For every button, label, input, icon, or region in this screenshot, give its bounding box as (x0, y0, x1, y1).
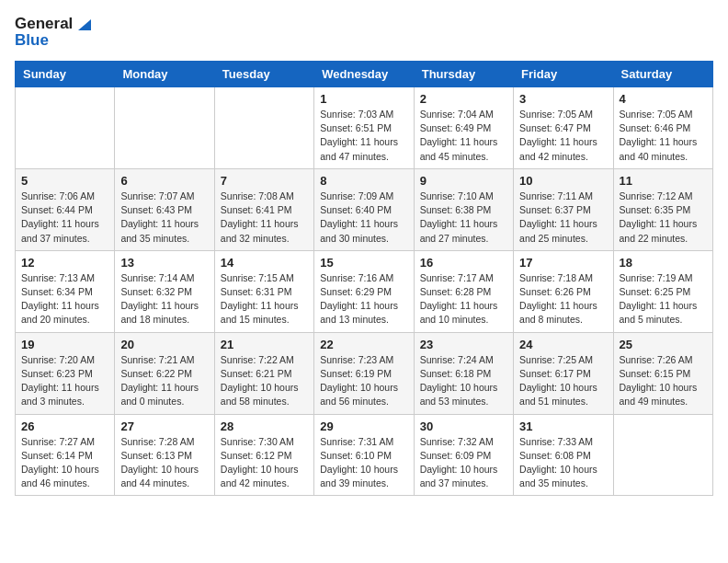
day-info: Sunrise: 7:12 AM Sunset: 6:35 PM Dayligh… (620, 190, 707, 246)
day-info: Sunrise: 7:07 AM Sunset: 6:43 PM Dayligh… (120, 190, 208, 246)
day-number: 7 (221, 174, 308, 188)
day-number: 20 (120, 338, 208, 351)
logo-triangle-icon (74, 16, 91, 32)
empty-day-cell (214, 87, 313, 169)
day-number: 3 (519, 92, 607, 106)
day-info: Sunrise: 7:19 AM Sunset: 6:25 PM Dayligh… (620, 271, 707, 327)
day-info: Sunrise: 7:27 AM Sunset: 6:14 PM Dayligh… (21, 435, 108, 491)
calendar-day-30: 30Sunrise: 7:32 AM Sunset: 6:09 PM Dayli… (414, 414, 513, 496)
calendar-day-14: 14Sunrise: 7:15 AM Sunset: 6:31 PM Dayli… (214, 250, 313, 332)
header-friday: Friday (514, 62, 613, 87)
calendar-day-28: 28Sunrise: 7:30 AM Sunset: 6:12 PM Dayli… (214, 414, 313, 496)
calendar-day-6: 6Sunrise: 7:07 AM Sunset: 6:43 PM Daylig… (115, 168, 214, 250)
day-number: 25 (620, 338, 707, 351)
calendar-day-17: 17Sunrise: 7:18 AM Sunset: 6:26 PM Dayli… (514, 250, 613, 332)
day-number: 21 (221, 338, 308, 351)
empty-day-cell (115, 87, 214, 169)
calendar-day-18: 18Sunrise: 7:19 AM Sunset: 6:25 PM Dayli… (613, 250, 712, 332)
header-sunday: Sunday (16, 62, 115, 87)
calendar-day-26: 26Sunrise: 7:27 AM Sunset: 6:14 PM Dayli… (16, 414, 115, 496)
calendar-day-5: 5Sunrise: 7:06 AM Sunset: 6:44 PM Daylig… (16, 168, 115, 250)
day-info: Sunrise: 7:21 AM Sunset: 6:22 PM Dayligh… (120, 353, 208, 409)
logo-text-general: General (15, 15, 73, 33)
calendar-day-22: 22Sunrise: 7:23 AM Sunset: 6:19 PM Dayli… (314, 332, 414, 414)
day-info: Sunrise: 7:05 AM Sunset: 6:46 PM Dayligh… (620, 108, 707, 164)
day-info: Sunrise: 7:17 AM Sunset: 6:28 PM Dayligh… (420, 271, 507, 327)
calendar-day-8: 8Sunrise: 7:09 AM Sunset: 6:40 PM Daylig… (314, 168, 414, 250)
day-info: Sunrise: 7:05 AM Sunset: 6:47 PM Dayligh… (519, 108, 607, 164)
calendar-day-21: 21Sunrise: 7:22 AM Sunset: 6:21 PM Dayli… (214, 332, 313, 414)
day-number: 19 (21, 338, 108, 351)
day-number: 31 (519, 419, 607, 433)
calendar-day-20: 20Sunrise: 7:21 AM Sunset: 6:22 PM Dayli… (115, 332, 214, 414)
day-number: 26 (21, 419, 108, 433)
calendar-day-13: 13Sunrise: 7:14 AM Sunset: 6:32 PM Dayli… (115, 250, 214, 332)
day-info: Sunrise: 7:24 AM Sunset: 6:18 PM Dayligh… (420, 353, 507, 409)
day-number: 2 (420, 92, 507, 106)
day-number: 17 (519, 256, 607, 270)
day-number: 22 (320, 338, 407, 351)
calendar-header-row: SundayMondayTuesdayWednesdayThursdayFrid… (16, 62, 713, 87)
empty-day-cell (613, 414, 712, 496)
day-number: 5 (21, 174, 108, 188)
day-info: Sunrise: 7:14 AM Sunset: 6:32 PM Dayligh… (120, 271, 208, 327)
day-info: Sunrise: 7:25 AM Sunset: 6:17 PM Dayligh… (519, 353, 607, 409)
day-number: 12 (21, 256, 108, 270)
day-info: Sunrise: 7:15 AM Sunset: 6:31 PM Dayligh… (221, 271, 308, 327)
day-info: Sunrise: 7:18 AM Sunset: 6:26 PM Dayligh… (519, 271, 607, 327)
calendar-week-row: 26Sunrise: 7:27 AM Sunset: 6:14 PM Dayli… (16, 414, 713, 496)
day-info: Sunrise: 7:23 AM Sunset: 6:19 PM Dayligh… (320, 353, 407, 409)
day-number: 30 (420, 419, 507, 433)
calendar-week-row: 19Sunrise: 7:20 AM Sunset: 6:23 PM Dayli… (16, 332, 713, 414)
calendar-week-row: 12Sunrise: 7:13 AM Sunset: 6:34 PM Dayli… (16, 250, 713, 332)
header-tuesday: Tuesday (214, 62, 313, 87)
day-number: 9 (420, 174, 507, 188)
day-info: Sunrise: 7:09 AM Sunset: 6:40 PM Dayligh… (320, 190, 407, 246)
calendar-day-27: 27Sunrise: 7:28 AM Sunset: 6:13 PM Dayli… (115, 414, 214, 496)
day-info: Sunrise: 7:32 AM Sunset: 6:09 PM Dayligh… (420, 435, 507, 491)
calendar-week-row: 5Sunrise: 7:06 AM Sunset: 6:44 PM Daylig… (16, 168, 713, 250)
header-wednesday: Wednesday (314, 62, 414, 87)
day-info: Sunrise: 7:06 AM Sunset: 6:44 PM Dayligh… (21, 190, 108, 246)
logo: General Blue (15, 15, 91, 50)
day-info: Sunrise: 7:10 AM Sunset: 6:38 PM Dayligh… (420, 190, 507, 246)
day-info: Sunrise: 7:31 AM Sunset: 6:10 PM Dayligh… (320, 435, 407, 491)
day-number: 13 (120, 256, 208, 270)
day-number: 10 (519, 174, 607, 188)
day-info: Sunrise: 7:08 AM Sunset: 6:41 PM Dayligh… (221, 190, 308, 246)
day-info: Sunrise: 7:33 AM Sunset: 6:08 PM Dayligh… (519, 435, 607, 491)
day-number: 1 (320, 92, 407, 106)
day-info: Sunrise: 7:28 AM Sunset: 6:13 PM Dayligh… (120, 435, 208, 491)
calendar-day-19: 19Sunrise: 7:20 AM Sunset: 6:23 PM Dayli… (16, 332, 115, 414)
calendar-day-25: 25Sunrise: 7:26 AM Sunset: 6:15 PM Dayli… (613, 332, 712, 414)
header-thursday: Thursday (414, 62, 513, 87)
day-number: 18 (620, 256, 707, 270)
calendar-day-16: 16Sunrise: 7:17 AM Sunset: 6:28 PM Dayli… (414, 250, 513, 332)
day-info: Sunrise: 7:03 AM Sunset: 6:51 PM Dayligh… (320, 108, 407, 164)
day-number: 24 (519, 338, 607, 351)
day-info: Sunrise: 7:11 AM Sunset: 6:37 PM Dayligh… (519, 190, 607, 246)
day-info: Sunrise: 7:04 AM Sunset: 6:49 PM Dayligh… (420, 108, 507, 164)
calendar-day-24: 24Sunrise: 7:25 AM Sunset: 6:17 PM Dayli… (514, 332, 613, 414)
calendar-day-29: 29Sunrise: 7:31 AM Sunset: 6:10 PM Dayli… (314, 414, 414, 496)
day-info: Sunrise: 7:16 AM Sunset: 6:29 PM Dayligh… (320, 271, 407, 327)
day-info: Sunrise: 7:20 AM Sunset: 6:23 PM Dayligh… (21, 353, 108, 409)
day-number: 23 (420, 338, 507, 351)
calendar-day-1: 1Sunrise: 7:03 AM Sunset: 6:51 PM Daylig… (314, 87, 414, 169)
calendar-day-11: 11Sunrise: 7:12 AM Sunset: 6:35 PM Dayli… (613, 168, 712, 250)
day-number: 29 (320, 419, 407, 433)
empty-day-cell (16, 87, 115, 169)
day-number: 6 (120, 174, 208, 188)
day-number: 15 (320, 256, 407, 270)
header-saturday: Saturday (613, 62, 712, 87)
day-number: 16 (420, 256, 507, 270)
calendar-day-4: 4Sunrise: 7:05 AM Sunset: 6:46 PM Daylig… (613, 87, 712, 169)
day-number: 4 (620, 92, 707, 106)
calendar-day-3: 3Sunrise: 7:05 AM Sunset: 6:47 PM Daylig… (514, 87, 613, 169)
calendar-day-23: 23Sunrise: 7:24 AM Sunset: 6:18 PM Dayli… (414, 332, 513, 414)
day-number: 14 (221, 256, 308, 270)
day-info: Sunrise: 7:30 AM Sunset: 6:12 PM Dayligh… (221, 435, 308, 491)
calendar-week-row: 1Sunrise: 7:03 AM Sunset: 6:51 PM Daylig… (16, 87, 713, 169)
calendar-day-7: 7Sunrise: 7:08 AM Sunset: 6:41 PM Daylig… (214, 168, 313, 250)
calendar-day-31: 31Sunrise: 7:33 AM Sunset: 6:08 PM Dayli… (514, 414, 613, 496)
